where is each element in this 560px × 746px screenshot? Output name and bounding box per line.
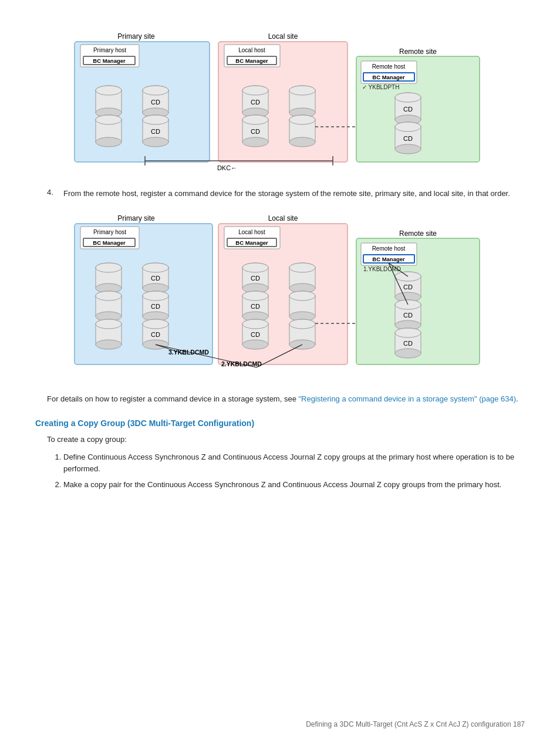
svg-text:Remote site: Remote site	[399, 229, 437, 238]
svg-point-27	[96, 115, 122, 124]
svg-text:BC Manager: BC Manager	[93, 58, 126, 64]
svg-point-54	[395, 93, 421, 102]
page-footer: Defining a 3DC Multi-Target (Cnt AcS Z x…	[306, 720, 525, 728]
section-header: Creating a Copy Group (3DC Multi-Target …	[35, 418, 525, 428]
for-details-prefix: For details on how to register a command…	[47, 394, 298, 403]
step4-number: 4.	[47, 188, 63, 200]
svg-text:Local host: Local host	[238, 229, 265, 235]
svg-point-30	[143, 137, 168, 147]
svg-point-31	[143, 115, 168, 124]
svg-point-96	[96, 291, 122, 301]
svg-text:Local site: Local site	[268, 214, 298, 222]
svg-point-44	[242, 137, 268, 147]
svg-text:Remote host: Remote host	[372, 63, 406, 70]
d2-cmd3: 3.YKBLDCMD	[168, 349, 209, 356]
d1-primary-label: Primary site	[117, 32, 155, 40]
svg-point-150	[395, 349, 421, 358]
svg-text:CD: CD	[151, 128, 160, 135]
d1-local-label: Local site	[268, 32, 298, 40]
svg-text:CD: CD	[251, 275, 260, 282]
svg-text:BC Manager: BC Manager	[235, 239, 268, 246]
svg-point-18	[96, 86, 122, 95]
svg-text:CD: CD	[403, 340, 413, 347]
d2-cmd1: 1.YKBLDCMD	[363, 266, 401, 272]
svg-text:CD: CD	[403, 312, 413, 319]
svg-point-45	[242, 115, 268, 124]
svg-text:DKC←: DKC←	[217, 164, 237, 171]
svg-point-137	[289, 319, 315, 329]
diagram1-svg: Primary site Local site Remote site Prim…	[69, 27, 491, 174]
svg-point-132	[242, 319, 268, 329]
svg-text:CD: CD	[151, 99, 160, 106]
for-details-para: For details on how to register a command…	[35, 393, 525, 405]
steps-list: Define Continuous Access Synchronous Z a…	[35, 451, 525, 491]
svg-text:Primary host: Primary host	[93, 47, 126, 53]
svg-point-119	[289, 263, 315, 272]
svg-point-128	[289, 291, 315, 301]
svg-text:CD: CD	[251, 303, 260, 310]
svg-text:CD: CD	[151, 275, 160, 282]
step1: Define Continuous Access Synchronous Z a…	[63, 451, 525, 476]
svg-text:BC Manager: BC Manager	[372, 74, 405, 80]
svg-point-109	[143, 319, 168, 329]
svg-text:BC Manager: BC Manager	[93, 239, 126, 246]
svg-point-49	[289, 137, 315, 147]
svg-text:Remote host: Remote host	[372, 245, 406, 252]
page-content: Primary site Local site Remote site Prim…	[35, 27, 525, 491]
svg-point-105	[96, 319, 122, 329]
svg-text:CD: CD	[403, 283, 413, 291]
svg-text:Primary host: Primary host	[93, 229, 126, 235]
svg-point-59	[395, 122, 421, 131]
svg-text:BC Manager: BC Manager	[372, 256, 405, 262]
svg-text:CD: CD	[151, 331, 160, 338]
svg-point-26	[96, 137, 122, 147]
svg-point-41	[289, 86, 315, 95]
svg-point-22	[143, 86, 168, 95]
svg-text:CD: CD	[251, 99, 260, 106]
svg-text:CD: CD	[151, 303, 160, 310]
svg-text:CD: CD	[403, 106, 413, 113]
svg-text:CD: CD	[403, 135, 413, 142]
d1-ykbldpth: ✓ YKBLDPTH	[362, 84, 399, 90]
step2: Make a copy pair for the Continuous Acce…	[63, 479, 525, 491]
d1-remote-label: Remote site	[399, 48, 437, 56]
svg-text:CD: CD	[251, 331, 260, 338]
diagram2-svg: Primary site Local site Remote site Prim…	[69, 209, 491, 379]
to-create-para: To create a copy group:	[35, 434, 525, 445]
svg-point-151	[395, 328, 421, 337]
svg-point-104	[96, 340, 122, 349]
svg-point-131	[242, 340, 268, 349]
svg-point-50	[289, 115, 315, 124]
for-details-link[interactable]: "Registering a command device in a stora…	[298, 394, 516, 403]
svg-text:CD: CD	[251, 128, 260, 135]
step4: 4. From the remote host, register a comm…	[35, 188, 525, 200]
for-details-suffix: .	[516, 394, 518, 403]
d2-cmd2: 2.YKBLDCMD	[221, 360, 262, 367]
svg-point-58	[395, 144, 421, 154]
step4-text: From the remote host, register a command…	[63, 188, 510, 200]
diagram1-container: Primary site Local site Remote site Prim…	[35, 27, 525, 174]
svg-point-123	[242, 291, 268, 301]
svg-point-91	[143, 263, 168, 272]
svg-point-87	[96, 263, 122, 272]
svg-text:Primary site: Primary site	[117, 214, 155, 222]
svg-point-100	[143, 291, 168, 301]
svg-point-114	[242, 263, 268, 272]
svg-text:Local host: Local host	[238, 47, 265, 53]
diagram2-container: Primary site Local site Remote site Prim…	[35, 209, 525, 379]
svg-point-36	[242, 86, 268, 95]
svg-text:BC Manager: BC Manager	[235, 58, 268, 64]
